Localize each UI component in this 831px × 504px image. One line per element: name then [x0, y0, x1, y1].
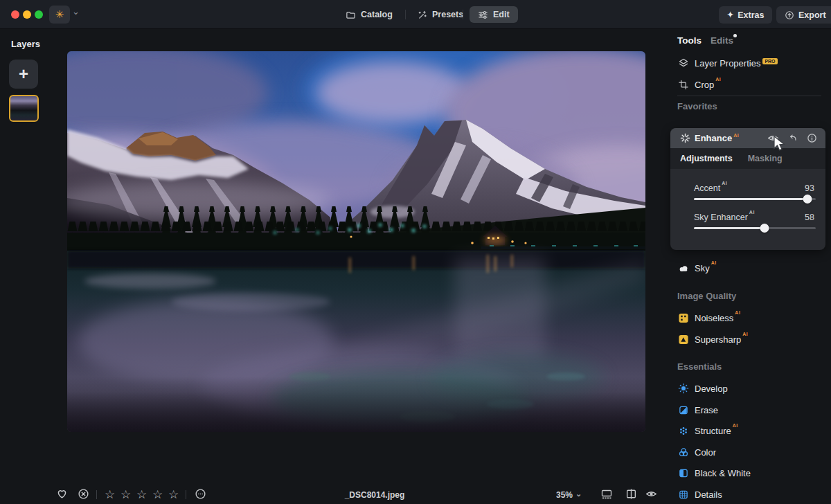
- app-menu-button[interactable]: ✳: [49, 6, 70, 24]
- chevron-down-icon: ⌄: [575, 489, 582, 498]
- noiseless-icon: [678, 313, 689, 323]
- edits-badge-dot: [733, 34, 737, 37]
- tab-label: Catalog: [361, 10, 393, 19]
- enhance-tab-bar: Adjustments Masking: [670, 148, 825, 169]
- add-layer-button[interactable]: +: [9, 60, 38, 89]
- reset-undo-icon[interactable]: [788, 134, 798, 143]
- divider: [96, 490, 97, 499]
- export-button[interactable]: Export: [776, 6, 831, 24]
- star-rating-2[interactable]: ☆: [120, 487, 131, 502]
- tool-label: Sky: [695, 263, 710, 273]
- tool-erase[interactable]: Erase: [678, 404, 823, 416]
- reject-circle-x-icon[interactable]: [78, 488, 89, 500]
- tab-catalog[interactable]: Catalog: [337, 6, 401, 23]
- close-window-button[interactable]: [11, 10, 19, 19]
- divider: [186, 490, 186, 499]
- tab-label: Edit: [493, 10, 510, 19]
- tool-label: Erase: [695, 405, 718, 415]
- slider-fill: [694, 227, 765, 229]
- tab-tools[interactable]: Tools: [677, 35, 702, 46]
- sky-enhancer-slider[interactable]: [694, 227, 816, 229]
- sparkle-icon: ✦: [727, 10, 733, 19]
- accent-slider[interactable]: [694, 198, 816, 200]
- slider-label-accent: AccentAI: [694, 183, 727, 193]
- tab-adjustments[interactable]: Adjustments: [680, 154, 733, 163]
- details-grid-icon: [678, 489, 689, 500]
- tool-crop[interactable]: CropAI: [678, 78, 823, 91]
- tool-details[interactable]: Details: [678, 488, 823, 501]
- tab-divider: [463, 10, 463, 19]
- ai-badge: AI: [749, 210, 755, 215]
- pro-badge: PRO: [762, 58, 777, 64]
- develop-sun-icon: [678, 383, 689, 394]
- image-quality-header: Image Quality: [677, 291, 736, 301]
- app-window: ✳ ⌄ Catalog Presets Edit ✦ Extras Export…: [0, 0, 831, 504]
- preview-eye-icon[interactable]: [645, 488, 657, 500]
- slider-knob[interactable]: [760, 224, 769, 233]
- favorite-heart-icon[interactable]: [56, 488, 68, 500]
- essentials-header: Essentials: [677, 361, 722, 372]
- crop-icon: [678, 80, 689, 90]
- tool-label: Noiseless: [695, 313, 733, 323]
- tool-label: Details: [695, 489, 722, 500]
- export-label: Export: [798, 10, 826, 20]
- info-icon[interactable]: [807, 133, 817, 143]
- tool-supersharp[interactable]: SupersharpAI: [678, 333, 823, 345]
- favorites-header: Favorites: [677, 101, 717, 111]
- slider-label-sky-enhancer: Sky EnhancerAI: [694, 213, 755, 222]
- zoom-level-dropdown[interactable]: 35% ⌄: [556, 490, 582, 500]
- extras-button[interactable]: ✦ Extras: [719, 6, 772, 24]
- cloud-icon: [678, 263, 689, 273]
- mouse-cursor: [773, 136, 787, 151]
- tab-masking[interactable]: Masking: [748, 154, 783, 163]
- tool-label: Structure: [695, 426, 731, 436]
- star-rating-1[interactable]: ☆: [105, 487, 115, 502]
- tool-label: Supersharp: [695, 334, 741, 345]
- tool-label: Crop: [695, 80, 714, 90]
- star-rating-3[interactable]: ☆: [136, 487, 147, 502]
- sliders-icon: [478, 10, 488, 20]
- plus-icon: +: [19, 64, 28, 84]
- tool-noiseless[interactable]: NoiselessAI: [678, 312, 823, 324]
- structure-dots-icon: [678, 426, 689, 436]
- zoom-level-value: 35%: [556, 490, 573, 500]
- tool-develop[interactable]: Develop: [678, 382, 823, 395]
- filmstrip-toggle-icon[interactable]: [600, 488, 613, 501]
- slider-knob[interactable]: [803, 195, 812, 204]
- color-circles-icon: [678, 447, 689, 458]
- extras-label: Extras: [738, 10, 764, 20]
- enhance-starburst-icon: [680, 133, 690, 143]
- ai-badge: AI: [722, 181, 727, 186]
- tool-color[interactable]: Color: [678, 446, 823, 458]
- more-options-icon[interactable]: [195, 488, 206, 500]
- slider-value-sky-enhancer: 58: [805, 213, 814, 222]
- ai-badge: AI: [742, 332, 748, 336]
- supersharp-icon: [678, 334, 689, 345]
- slider-fill: [694, 198, 807, 200]
- star-rating-5[interactable]: ☆: [168, 487, 179, 502]
- tool-label: Black & White: [695, 468, 751, 478]
- magic-wand-icon: [417, 10, 427, 20]
- tool-structure[interactable]: StructureAI: [678, 424, 823, 437]
- eraser-icon: [678, 405, 689, 415]
- before-after-compare-icon[interactable]: [625, 488, 637, 500]
- chevron-down-icon[interactable]: ⌄: [72, 6, 80, 17]
- tool-sky[interactable]: SkyAI: [678, 262, 823, 274]
- star-rating-4[interactable]: ☆: [152, 487, 163, 502]
- tool-black-white[interactable]: Black & White: [678, 467, 823, 479]
- layer-thumbnail-selected[interactable]: [9, 95, 39, 122]
- layers-panel-title: Layers: [11, 39, 40, 49]
- tab-edit[interactable]: Edit: [470, 6, 518, 23]
- ai-badge: AI: [733, 133, 739, 138]
- zoom-window-button[interactable]: [35, 10, 43, 19]
- tool-layer-properties[interactable]: Layer PropertiesPRO: [678, 57, 823, 69]
- minimize-window-button[interactable]: [23, 10, 31, 19]
- photo-canvas[interactable]: [67, 51, 645, 432]
- tool-label: Develop: [695, 384, 728, 394]
- tab-edits[interactable]: Edits: [711, 35, 733, 46]
- enhance-header[interactable]: Enhance AI: [670, 128, 825, 148]
- tool-label: Layer Properties: [695, 58, 760, 69]
- folder-icon: [346, 10, 356, 20]
- black-white-icon: [678, 468, 689, 478]
- layers-icon: [678, 57, 689, 69]
